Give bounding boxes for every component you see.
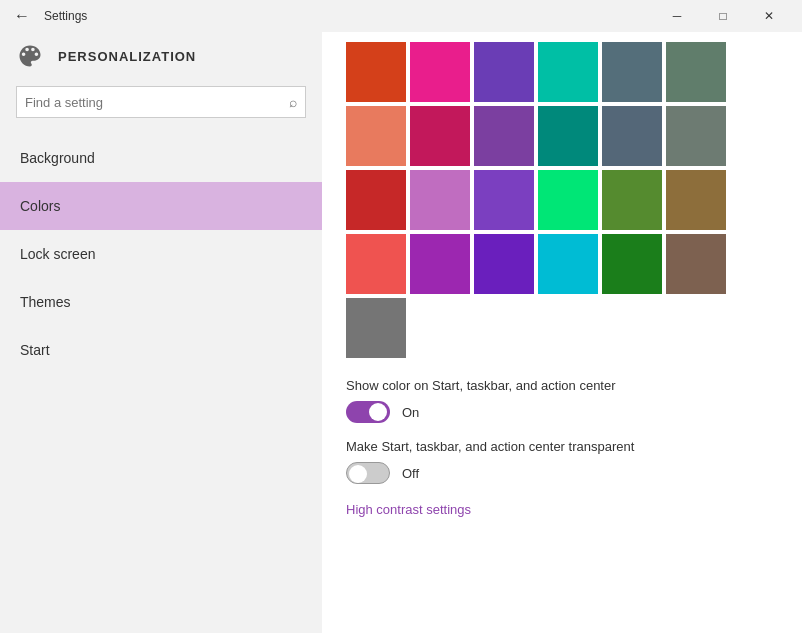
sidebar-item-background[interactable]: Background	[0, 134, 322, 182]
color-swatch-6[interactable]	[346, 106, 406, 166]
show-color-toggle-row: On	[346, 401, 778, 423]
transparent-toggle-row: Off	[346, 462, 778, 484]
color-swatch-15[interactable]	[538, 170, 598, 230]
back-button[interactable]: ←	[10, 3, 34, 29]
show-color-toggle[interactable]	[346, 401, 390, 423]
window-title: Settings	[44, 9, 87, 23]
sidebar-item-colors[interactable]: Colors	[0, 182, 322, 230]
color-swatch-23[interactable]	[666, 234, 726, 294]
transparent-toggle-knob	[349, 465, 367, 483]
color-swatch-7[interactable]	[410, 106, 470, 166]
sidebar-item-themes[interactable]: Themes	[0, 278, 322, 326]
color-swatch-11[interactable]	[666, 106, 726, 166]
maximize-button[interactable]: □	[700, 0, 746, 32]
color-swatch-20[interactable]	[474, 234, 534, 294]
nav-container: BackgroundColorsLock screenThemesStart	[0, 134, 322, 374]
show-color-toggle-label: On	[402, 405, 419, 420]
transparent-toggle-label: Off	[402, 466, 419, 481]
color-swatch-5[interactable]	[666, 42, 726, 102]
personalization-icon	[16, 42, 44, 70]
show-color-toggle-knob	[369, 403, 387, 421]
close-button[interactable]: ✕	[746, 0, 792, 32]
main-panel: Show color on Start, taskbar, and action…	[322, 32, 802, 633]
transparent-section: Make Start, taskbar, and action center t…	[346, 439, 778, 484]
titlebar-controls: ─ □ ✕	[654, 0, 792, 32]
sidebar-header: PERSONALIZATION	[0, 32, 322, 86]
color-swatch-21[interactable]	[538, 234, 598, 294]
color-swatch-12[interactable]	[346, 170, 406, 230]
color-swatch-18[interactable]	[346, 234, 406, 294]
color-swatch-16[interactable]	[602, 170, 662, 230]
color-swatch-17[interactable]	[666, 170, 726, 230]
sidebar-item-lock-screen[interactable]: Lock screen	[0, 230, 322, 278]
sidebar: PERSONALIZATION ⌕ BackgroundColorsLock s…	[0, 32, 322, 633]
minimize-button[interactable]: ─	[654, 0, 700, 32]
color-swatch-13[interactable]	[410, 170, 470, 230]
transparent-label: Make Start, taskbar, and action center t…	[346, 439, 778, 454]
color-swatch-22[interactable]	[602, 234, 662, 294]
color-swatch-19[interactable]	[410, 234, 470, 294]
settings-window: ← Settings ─ □ ✕ PERSONALIZATION ⌕ Backg…	[0, 0, 802, 633]
show-color-label: Show color on Start, taskbar, and action…	[346, 378, 778, 393]
color-grid	[346, 42, 778, 358]
color-swatch-1[interactable]	[410, 42, 470, 102]
sidebar-item-start[interactable]: Start	[0, 326, 322, 374]
titlebar-left: ← Settings	[10, 3, 87, 29]
high-contrast-link[interactable]: High contrast settings	[346, 502, 471, 517]
sidebar-header-title: PERSONALIZATION	[58, 49, 196, 64]
color-swatch-24[interactable]	[346, 298, 406, 358]
show-color-section: Show color on Start, taskbar, and action…	[346, 378, 778, 423]
titlebar: ← Settings ─ □ ✕	[0, 0, 802, 32]
color-swatch-8[interactable]	[474, 106, 534, 166]
color-swatch-9[interactable]	[538, 106, 598, 166]
color-swatch-3[interactable]	[538, 42, 598, 102]
color-swatch-0[interactable]	[346, 42, 406, 102]
transparent-toggle[interactable]	[346, 462, 390, 484]
search-bar[interactable]: ⌕	[16, 86, 306, 118]
color-swatch-4[interactable]	[602, 42, 662, 102]
search-icon: ⌕	[289, 94, 297, 110]
main-content: PERSONALIZATION ⌕ BackgroundColorsLock s…	[0, 32, 802, 633]
search-input[interactable]	[25, 95, 289, 110]
color-swatch-14[interactable]	[474, 170, 534, 230]
color-swatch-2[interactable]	[474, 42, 534, 102]
color-swatch-10[interactable]	[602, 106, 662, 166]
